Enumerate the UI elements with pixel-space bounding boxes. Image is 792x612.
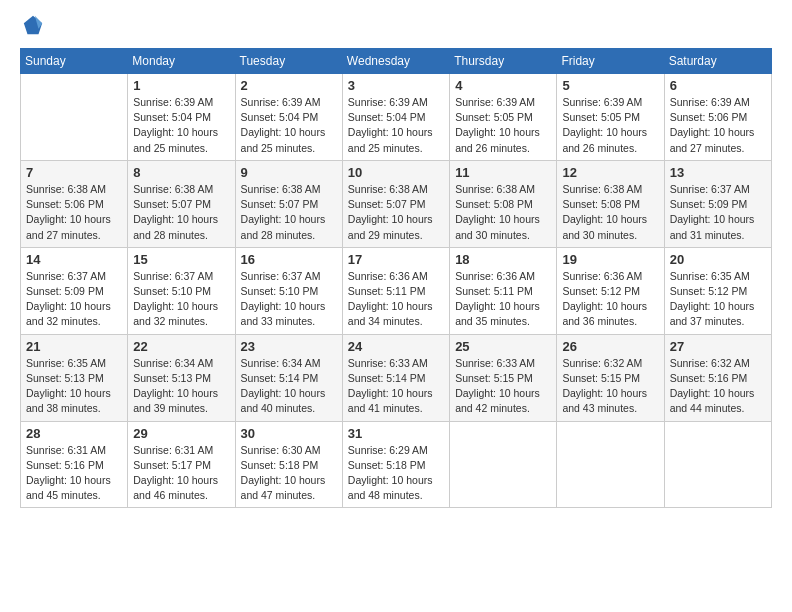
day-info: Sunrise: 6:35 AM Sunset: 5:12 PM Dayligh… bbox=[670, 269, 766, 330]
day-info: Sunrise: 6:32 AM Sunset: 5:15 PM Dayligh… bbox=[562, 356, 658, 417]
calendar-cell: 7Sunrise: 6:38 AM Sunset: 5:06 PM Daylig… bbox=[21, 160, 128, 247]
calendar-cell: 30Sunrise: 6:30 AM Sunset: 5:18 PM Dayli… bbox=[235, 421, 342, 508]
calendar-cell: 22Sunrise: 6:34 AM Sunset: 5:13 PM Dayli… bbox=[128, 334, 235, 421]
day-number: 26 bbox=[562, 339, 658, 354]
day-info: Sunrise: 6:36 AM Sunset: 5:11 PM Dayligh… bbox=[455, 269, 551, 330]
day-number: 16 bbox=[241, 252, 337, 267]
calendar-cell: 10Sunrise: 6:38 AM Sunset: 5:07 PM Dayli… bbox=[342, 160, 449, 247]
weekday-header: Sunday bbox=[21, 49, 128, 74]
day-number: 21 bbox=[26, 339, 122, 354]
calendar-week-row: 7Sunrise: 6:38 AM Sunset: 5:06 PM Daylig… bbox=[21, 160, 772, 247]
day-number: 13 bbox=[670, 165, 766, 180]
day-number: 27 bbox=[670, 339, 766, 354]
day-info: Sunrise: 6:38 AM Sunset: 5:07 PM Dayligh… bbox=[241, 182, 337, 243]
calendar-cell: 17Sunrise: 6:36 AM Sunset: 5:11 PM Dayli… bbox=[342, 247, 449, 334]
day-number: 18 bbox=[455, 252, 551, 267]
calendar-cell: 27Sunrise: 6:32 AM Sunset: 5:16 PM Dayli… bbox=[664, 334, 771, 421]
day-number: 25 bbox=[455, 339, 551, 354]
day-number: 9 bbox=[241, 165, 337, 180]
day-info: Sunrise: 6:36 AM Sunset: 5:11 PM Dayligh… bbox=[348, 269, 444, 330]
calendar-cell bbox=[557, 421, 664, 508]
calendar-cell: 1Sunrise: 6:39 AM Sunset: 5:04 PM Daylig… bbox=[128, 74, 235, 161]
day-info: Sunrise: 6:39 AM Sunset: 5:04 PM Dayligh… bbox=[348, 95, 444, 156]
day-number: 3 bbox=[348, 78, 444, 93]
day-number: 30 bbox=[241, 426, 337, 441]
day-number: 1 bbox=[133, 78, 229, 93]
calendar-cell bbox=[450, 421, 557, 508]
logo-icon bbox=[22, 14, 44, 36]
day-info: Sunrise: 6:30 AM Sunset: 5:18 PM Dayligh… bbox=[241, 443, 337, 504]
day-info: Sunrise: 6:37 AM Sunset: 5:09 PM Dayligh… bbox=[26, 269, 122, 330]
day-info: Sunrise: 6:35 AM Sunset: 5:13 PM Dayligh… bbox=[26, 356, 122, 417]
calendar-cell: 11Sunrise: 6:38 AM Sunset: 5:08 PM Dayli… bbox=[450, 160, 557, 247]
calendar-cell: 12Sunrise: 6:38 AM Sunset: 5:08 PM Dayli… bbox=[557, 160, 664, 247]
weekday-header: Tuesday bbox=[235, 49, 342, 74]
calendar-cell: 24Sunrise: 6:33 AM Sunset: 5:14 PM Dayli… bbox=[342, 334, 449, 421]
day-info: Sunrise: 6:38 AM Sunset: 5:07 PM Dayligh… bbox=[133, 182, 229, 243]
calendar-header-row: SundayMondayTuesdayWednesdayThursdayFrid… bbox=[21, 49, 772, 74]
calendar-week-row: 1Sunrise: 6:39 AM Sunset: 5:04 PM Daylig… bbox=[21, 74, 772, 161]
calendar-cell: 3Sunrise: 6:39 AM Sunset: 5:04 PM Daylig… bbox=[342, 74, 449, 161]
calendar-week-row: 28Sunrise: 6:31 AM Sunset: 5:16 PM Dayli… bbox=[21, 421, 772, 508]
calendar-cell: 23Sunrise: 6:34 AM Sunset: 5:14 PM Dayli… bbox=[235, 334, 342, 421]
day-info: Sunrise: 6:31 AM Sunset: 5:17 PM Dayligh… bbox=[133, 443, 229, 504]
calendar-cell: 9Sunrise: 6:38 AM Sunset: 5:07 PM Daylig… bbox=[235, 160, 342, 247]
calendar-cell: 14Sunrise: 6:37 AM Sunset: 5:09 PM Dayli… bbox=[21, 247, 128, 334]
day-number: 28 bbox=[26, 426, 122, 441]
calendar-cell: 4Sunrise: 6:39 AM Sunset: 5:05 PM Daylig… bbox=[450, 74, 557, 161]
day-number: 10 bbox=[348, 165, 444, 180]
calendar-cell: 6Sunrise: 6:39 AM Sunset: 5:06 PM Daylig… bbox=[664, 74, 771, 161]
day-info: Sunrise: 6:38 AM Sunset: 5:06 PM Dayligh… bbox=[26, 182, 122, 243]
calendar-cell: 28Sunrise: 6:31 AM Sunset: 5:16 PM Dayli… bbox=[21, 421, 128, 508]
day-number: 5 bbox=[562, 78, 658, 93]
calendar-week-row: 14Sunrise: 6:37 AM Sunset: 5:09 PM Dayli… bbox=[21, 247, 772, 334]
calendar-cell: 13Sunrise: 6:37 AM Sunset: 5:09 PM Dayli… bbox=[664, 160, 771, 247]
day-info: Sunrise: 6:34 AM Sunset: 5:13 PM Dayligh… bbox=[133, 356, 229, 417]
calendar-cell: 19Sunrise: 6:36 AM Sunset: 5:12 PM Dayli… bbox=[557, 247, 664, 334]
day-info: Sunrise: 6:39 AM Sunset: 5:06 PM Dayligh… bbox=[670, 95, 766, 156]
weekday-header: Saturday bbox=[664, 49, 771, 74]
logo bbox=[20, 16, 44, 40]
calendar-cell: 18Sunrise: 6:36 AM Sunset: 5:11 PM Dayli… bbox=[450, 247, 557, 334]
day-info: Sunrise: 6:38 AM Sunset: 5:08 PM Dayligh… bbox=[455, 182, 551, 243]
day-info: Sunrise: 6:33 AM Sunset: 5:15 PM Dayligh… bbox=[455, 356, 551, 417]
weekday-header: Wednesday bbox=[342, 49, 449, 74]
day-number: 7 bbox=[26, 165, 122, 180]
day-info: Sunrise: 6:39 AM Sunset: 5:04 PM Dayligh… bbox=[241, 95, 337, 156]
calendar-cell bbox=[21, 74, 128, 161]
day-number: 29 bbox=[133, 426, 229, 441]
calendar-week-row: 21Sunrise: 6:35 AM Sunset: 5:13 PM Dayli… bbox=[21, 334, 772, 421]
day-number: 2 bbox=[241, 78, 337, 93]
calendar-cell: 5Sunrise: 6:39 AM Sunset: 5:05 PM Daylig… bbox=[557, 74, 664, 161]
day-info: Sunrise: 6:37 AM Sunset: 5:10 PM Dayligh… bbox=[133, 269, 229, 330]
day-info: Sunrise: 6:29 AM Sunset: 5:18 PM Dayligh… bbox=[348, 443, 444, 504]
page-header bbox=[20, 16, 772, 40]
calendar-cell: 25Sunrise: 6:33 AM Sunset: 5:15 PM Dayli… bbox=[450, 334, 557, 421]
calendar-cell: 29Sunrise: 6:31 AM Sunset: 5:17 PM Dayli… bbox=[128, 421, 235, 508]
day-info: Sunrise: 6:33 AM Sunset: 5:14 PM Dayligh… bbox=[348, 356, 444, 417]
day-number: 19 bbox=[562, 252, 658, 267]
day-info: Sunrise: 6:38 AM Sunset: 5:07 PM Dayligh… bbox=[348, 182, 444, 243]
calendar: SundayMondayTuesdayWednesdayThursdayFrid… bbox=[20, 48, 772, 508]
day-info: Sunrise: 6:32 AM Sunset: 5:16 PM Dayligh… bbox=[670, 356, 766, 417]
day-info: Sunrise: 6:39 AM Sunset: 5:04 PM Dayligh… bbox=[133, 95, 229, 156]
day-number: 17 bbox=[348, 252, 444, 267]
day-info: Sunrise: 6:39 AM Sunset: 5:05 PM Dayligh… bbox=[562, 95, 658, 156]
calendar-cell: 21Sunrise: 6:35 AM Sunset: 5:13 PM Dayli… bbox=[21, 334, 128, 421]
day-number: 15 bbox=[133, 252, 229, 267]
day-number: 8 bbox=[133, 165, 229, 180]
calendar-cell: 16Sunrise: 6:37 AM Sunset: 5:10 PM Dayli… bbox=[235, 247, 342, 334]
calendar-cell: 20Sunrise: 6:35 AM Sunset: 5:12 PM Dayli… bbox=[664, 247, 771, 334]
day-info: Sunrise: 6:31 AM Sunset: 5:16 PM Dayligh… bbox=[26, 443, 122, 504]
day-number: 14 bbox=[26, 252, 122, 267]
day-info: Sunrise: 6:38 AM Sunset: 5:08 PM Dayligh… bbox=[562, 182, 658, 243]
weekday-header: Thursday bbox=[450, 49, 557, 74]
day-info: Sunrise: 6:34 AM Sunset: 5:14 PM Dayligh… bbox=[241, 356, 337, 417]
day-number: 4 bbox=[455, 78, 551, 93]
weekday-header: Friday bbox=[557, 49, 664, 74]
day-info: Sunrise: 6:37 AM Sunset: 5:10 PM Dayligh… bbox=[241, 269, 337, 330]
day-number: 12 bbox=[562, 165, 658, 180]
day-number: 23 bbox=[241, 339, 337, 354]
calendar-cell bbox=[664, 421, 771, 508]
day-info: Sunrise: 6:36 AM Sunset: 5:12 PM Dayligh… bbox=[562, 269, 658, 330]
